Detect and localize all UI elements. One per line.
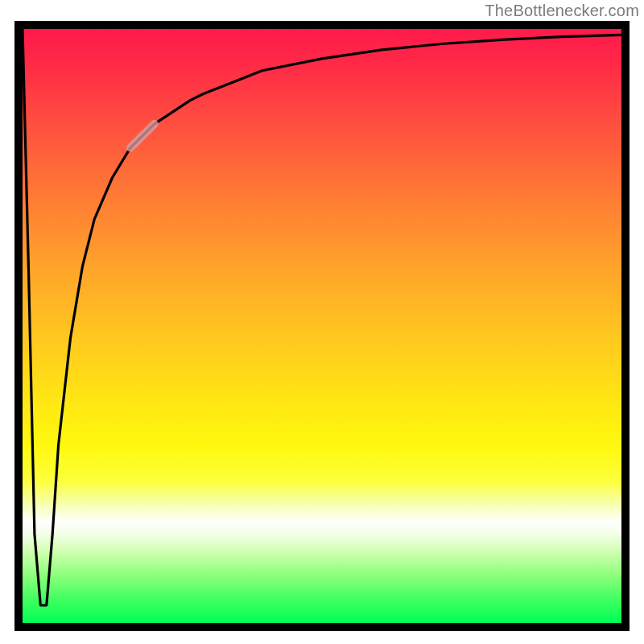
chart-curve-layer: [23, 29, 621, 623]
bottleneck-curve: [23, 29, 621, 605]
curve-group: [23, 29, 621, 605]
attribution-label: TheBottlenecker.com: [485, 2, 639, 20]
chart-plot-area: [23, 29, 621, 623]
highlight-segment: [130, 124, 155, 148]
chart-frame: [14, 21, 630, 631]
